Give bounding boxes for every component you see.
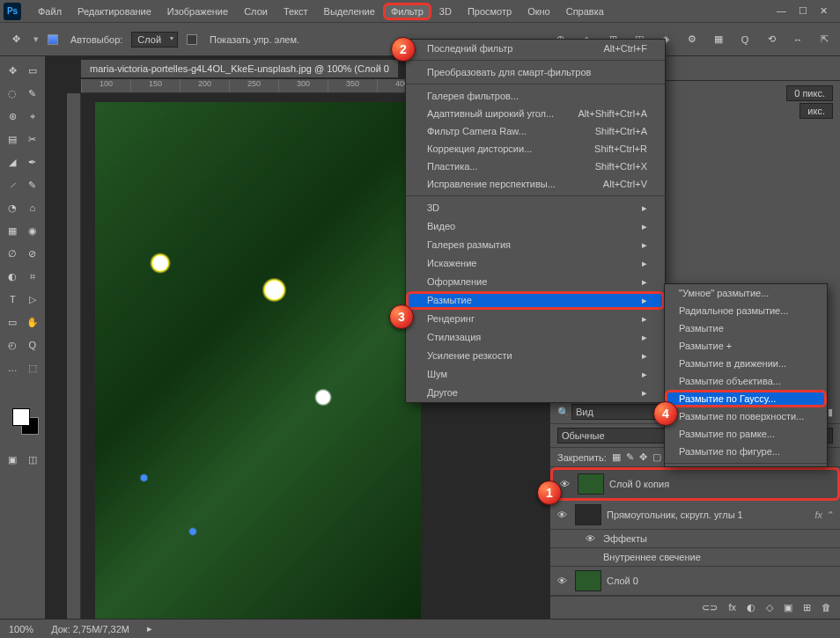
move-tool-icon[interactable]: ✥ xyxy=(7,31,25,48)
tool-button[interactable]: ✋ xyxy=(24,312,42,333)
layer-row[interactable]: 👁Эффекты xyxy=(550,530,840,548)
lock-artboard-icon[interactable]: ▢ xyxy=(652,451,661,463)
layer-action-icon[interactable]: ◐ xyxy=(747,602,755,613)
submenu-item[interactable]: Размытие xyxy=(665,319,827,337)
visibility-icon[interactable]: 👁 xyxy=(560,479,572,489)
lock-move-icon[interactable]: ✥ xyxy=(639,451,647,463)
tool-button[interactable]: ✂ xyxy=(24,128,42,150)
layer-row[interactable]: 👁Прямоугольник, скругл. углы 1fx ⌃ xyxy=(550,501,840,530)
chevron-down-icon[interactable]: ▾ xyxy=(33,33,39,45)
menu-просмотр[interactable]: Просмотр xyxy=(460,3,519,20)
autoselect-checkbox[interactable] xyxy=(48,34,58,45)
toolbar-icon[interactable]: ⚙ xyxy=(683,31,701,48)
menu-item[interactable]: 3D▸ xyxy=(406,199,665,217)
lock-pixels-icon[interactable]: ▦ xyxy=(612,451,621,463)
menu-текст[interactable]: Текст xyxy=(276,3,316,20)
tool-button[interactable]: ▭ xyxy=(24,60,42,81)
menu-item[interactable]: Видео▸ xyxy=(406,217,665,236)
tool-button[interactable]: ⌗ xyxy=(24,266,42,287)
menu-item[interactable]: Пластика...Shift+Ctrl+X xyxy=(406,158,665,175)
menu-item[interactable]: Искажение▸ xyxy=(406,254,665,273)
tool-button[interactable]: Q xyxy=(24,334,42,356)
document-tab[interactable]: maria-victoria-portelles-g4L4OL_KkeE-uns… xyxy=(81,60,398,77)
layer-action-icon[interactable]: 🗑 xyxy=(822,602,831,613)
menu-3d[interactable]: 3D xyxy=(431,3,460,20)
search-icon[interactable]: 🔍 xyxy=(557,407,568,417)
tool-button[interactable]: … xyxy=(4,357,22,378)
input-px2[interactable]: икс. xyxy=(799,103,833,119)
tool-button[interactable]: ⬚ xyxy=(24,357,42,378)
menu-item[interactable]: Другое▸ xyxy=(406,384,665,402)
menu-item[interactable]: Оформление▸ xyxy=(406,273,665,291)
menu-item[interactable]: Адаптивный широкий угол...Alt+Shift+Ctrl… xyxy=(406,105,665,122)
menu-item[interactable]: Галерея фильтров... xyxy=(406,87,665,105)
tool-button[interactable]: ✎ xyxy=(24,174,42,195)
submenu-item[interactable]: Радиальное размытие... xyxy=(665,302,827,319)
submenu-item[interactable]: Размытие в движении... xyxy=(665,355,827,372)
submenu-item[interactable]: "Умное" размытие... xyxy=(665,284,827,302)
menu-item[interactable]: Преобразовать для смарт-фильтров xyxy=(406,63,665,81)
layer-row[interactable]: Внутреннее свечение xyxy=(550,548,840,567)
submenu-item[interactable]: Размытие + xyxy=(665,337,827,355)
maximize-icon[interactable]: ☐ xyxy=(799,5,807,17)
tool-button[interactable]: ◢ xyxy=(4,151,22,172)
menu-item[interactable]: Исправление перспективы...Alt+Ctrl+V xyxy=(406,175,665,193)
menu-item[interactable]: Галерея размытия▸ xyxy=(406,236,665,254)
swatch[interactable] xyxy=(4,403,41,438)
tool-button[interactable]: ⊛ xyxy=(4,106,22,127)
menu-item[interactable]: Фильтр Camera Raw...Shift+Ctrl+A xyxy=(406,122,665,140)
tool-button[interactable]: ▣ xyxy=(4,449,22,470)
filter-menu[interactable]: Последний фильтрAlt+Ctrl+FПреобразовать … xyxy=(405,39,666,403)
menu-item[interactable]: Шум▸ xyxy=(406,365,665,384)
menu-item[interactable]: Последний фильтрAlt+Ctrl+F xyxy=(406,40,665,57)
menu-item[interactable]: Размытие▸ xyxy=(406,291,665,310)
menu-item[interactable]: Коррекция дисторсии...Shift+Ctrl+R xyxy=(406,140,665,158)
layer-action-icon[interactable]: ⊞ xyxy=(803,602,811,613)
toolbar-icon[interactable]: ▦ xyxy=(710,31,727,48)
tool-button[interactable]: ▭ xyxy=(4,312,22,333)
blur-submenu[interactable]: "Умное" размытие...Радиальное размытие..… xyxy=(664,283,828,467)
tool-button[interactable]: ◔ xyxy=(4,197,22,218)
menu-окно[interactable]: Окно xyxy=(519,3,558,20)
tool-button[interactable]: ✒ xyxy=(24,151,42,172)
menu-item[interactable]: Усиление резкости▸ xyxy=(406,347,665,365)
toolbar-icon[interactable]: Q xyxy=(736,31,754,48)
menu-item[interactable]: Стилизация▸ xyxy=(406,328,665,347)
filter-toggle[interactable]: ▮ xyxy=(828,407,833,418)
tool-button[interactable]: ✥ xyxy=(4,60,22,81)
showcontrols-checkbox[interactable] xyxy=(187,34,197,45)
menu-справка[interactable]: Справка xyxy=(558,3,612,20)
menu-слои[interactable]: Слои xyxy=(236,3,276,20)
layer-action-icon[interactable]: fx xyxy=(728,602,736,613)
menu-изображение[interactable]: Изображение xyxy=(159,3,236,20)
zoom-level[interactable]: 100% xyxy=(9,624,33,634)
minimize-icon[interactable]: — xyxy=(777,5,786,17)
submenu-item[interactable]: Размытие по поверхности... xyxy=(665,407,827,425)
visibility-icon[interactable]: 👁 xyxy=(557,510,570,520)
close-icon[interactable]: ✕ xyxy=(820,5,828,17)
tool-button[interactable]: ◫ xyxy=(24,449,42,470)
lock-brush-icon[interactable]: ✎ xyxy=(626,451,634,463)
layer-action-icon[interactable]: ⊂⊃ xyxy=(702,602,718,613)
submenu-item[interactable]: Размытие по рамке... xyxy=(665,425,827,443)
tool-button[interactable]: T xyxy=(4,289,22,310)
menu-редактирование[interactable]: Редактирование xyxy=(70,3,159,20)
tool-button[interactable]: ▷ xyxy=(24,289,42,310)
submenu-item[interactable]: Размытие по фигуре... xyxy=(665,443,827,460)
tool-button[interactable]: ◴ xyxy=(4,334,22,356)
layer-row[interactable]: 👁Слой 0 xyxy=(550,567,840,596)
layer-action-icon[interactable]: ▣ xyxy=(784,602,792,613)
window-controls[interactable]: — ☐ ✕ xyxy=(777,5,836,17)
visibility-icon[interactable]: 👁 xyxy=(557,576,570,586)
menu-файл[interactable]: Файл xyxy=(30,3,70,20)
toolbar-icon[interactable]: ↔ xyxy=(789,31,807,48)
tool-button[interactable]: ✎ xyxy=(24,83,42,104)
tool-button[interactable]: ▦ xyxy=(4,220,22,241)
tool-button[interactable]: ⌖ xyxy=(24,106,42,127)
tool-button[interactable]: ◐ xyxy=(4,266,22,287)
tool-button[interactable]: ∅ xyxy=(4,243,22,264)
tool-button[interactable]: ◉ xyxy=(24,220,42,241)
menu-выделение[interactable]: Выделение xyxy=(316,3,383,20)
layer-select[interactable]: Слой xyxy=(131,32,178,48)
layer-action-icon[interactable]: ◇ xyxy=(766,602,773,613)
